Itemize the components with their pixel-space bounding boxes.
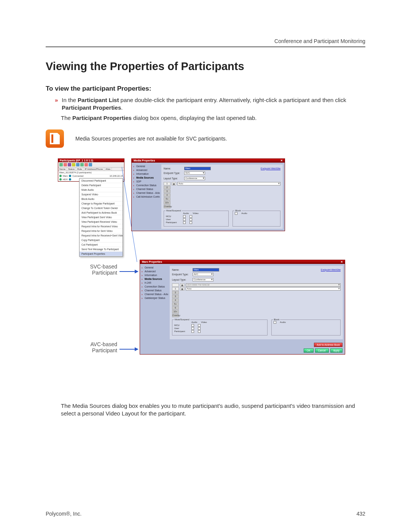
checkbox[interactable] — [190, 215, 192, 218]
layout-type-select[interactable]: Conference — [184, 177, 205, 180]
sidenav-item[interactable]: Advanced — [142, 270, 168, 273]
sidenav-item[interactable]: General — [142, 266, 168, 270]
status-dot-icon — [59, 178, 62, 181]
context-menu-item[interactable]: Add Participant to Address Book — [80, 211, 123, 215]
slot-readonly: HDX 8000 TW 509CM — [186, 283, 341, 287]
endpoint-website-link[interactable]: Endpoint WebSite — [321, 268, 341, 271]
endpoint-type-select[interactable]: AVC — [193, 273, 213, 276]
participant-group-row[interactable]: Marc_61191874 (2 participants) — [58, 171, 124, 174]
checkbox[interactable] — [183, 215, 186, 218]
context-menu-item[interactable]: View Participant Received Video — [80, 220, 123, 224]
layout-type-label: Layout Type: — [164, 177, 182, 180]
toolbar-icon[interactable] — [59, 163, 63, 166]
mute-suspend-group: Mute/Suspend AudioVideo MCU User Partici… — [172, 320, 268, 335]
close-icon[interactable]: ✕ — [280, 159, 283, 162]
dialog-titlebar[interactable]: Media Properties ✕ — [132, 159, 285, 163]
toolbar-icon[interactable] — [80, 163, 84, 166]
apply-button[interactable]: Apply — [330, 348, 342, 353]
context-menu-item[interactable]: Block Audio — [80, 197, 123, 201]
sidenav-item[interactable]: Channel Status - Adva... — [142, 292, 168, 296]
sidenav-item[interactable]: Information — [133, 172, 160, 176]
instruction-line2: The Participant Properties dialog box op… — [61, 114, 365, 122]
context-menu-item[interactable]: Delete Participant — [80, 183, 123, 188]
checkbox[interactable] — [198, 330, 201, 333]
dialog-sidenav[interactable]: GeneralAdvancedInformationMedia SourcesS… — [132, 163, 161, 231]
arrow-icon — [119, 347, 139, 352]
context-menu-item[interactable]: Request Intra for Received Video — [80, 224, 123, 229]
context-menu[interactable]: Disconnect ParticipantDelete Participant… — [79, 178, 123, 257]
sidenav-item[interactable]: Gatekeeper Status — [142, 296, 168, 300]
sidenav-item[interactable]: Advanced — [133, 168, 160, 172]
slot-number: Overlay — [164, 205, 170, 208]
sidenav-item[interactable]: Media Sources — [142, 277, 168, 281]
sidenav-item[interactable]: Media Sources — [133, 176, 160, 180]
context-menu-item[interactable]: Disconnect Participant — [80, 179, 123, 183]
sidenav-item[interactable]: Connection Status — [142, 285, 168, 289]
sidenav-item[interactable]: Call Admission Control — [133, 195, 160, 199]
layout-type-select[interactable]: Conference — [193, 278, 213, 281]
add-to-address-book-button[interactable]: Add to Address Book — [314, 343, 342, 347]
cancel-button[interactable]: Cancel — [315, 348, 329, 353]
context-menu-item[interactable]: Request Intra for Received+Sent Video — [80, 233, 123, 238]
context-menu-item[interactable]: Copy Participant — [80, 238, 123, 243]
toolbar-icon[interactable] — [76, 163, 80, 166]
checkbox[interactable] — [235, 212, 237, 215]
context-menu-item[interactable]: View Participant Sent Video — [80, 215, 123, 220]
closing-paragraph: The Media Sources dialog box enables you… — [61, 402, 365, 418]
slot-number: 5+ — [164, 197, 170, 201]
participant-row[interactable]: Marc Connected 10.249.22.15 — [58, 174, 124, 178]
context-menu-item[interactable]: Change to Regular Participant — [80, 201, 123, 206]
slot-number: 4 — [164, 193, 170, 197]
slot-select[interactable]: Auto — [177, 182, 280, 185]
slot-number: 1 — [172, 287, 179, 291]
context-menu-item[interactable]: Participant Properties — [80, 252, 123, 256]
close-icon[interactable]: ✕ — [341, 260, 343, 264]
endpoint-website-link[interactable]: Endpoint WebSite — [261, 167, 280, 170]
sidenav-item[interactable]: Channel Status — [142, 289, 168, 292]
dialog-sidenav[interactable]: GeneralAdvancedInformationMedia SourcesH… — [140, 264, 170, 341]
toolbar-icon[interactable] — [72, 163, 75, 166]
dialog-mainpanel: Name: Marc Endpoint WebSite Endpoint Typ… — [170, 266, 343, 339]
context-menu-item[interactable]: Change To Content Token Owner — [80, 206, 123, 211]
context-menu-item[interactable]: Mute Audio — [80, 188, 123, 192]
sidenav-item[interactable]: Connection Status — [133, 184, 160, 187]
checkbox[interactable] — [191, 324, 194, 327]
block-group: Block Audio — [233, 211, 280, 227]
checkbox[interactable] — [190, 221, 192, 224]
connected-icon — [69, 178, 71, 181]
sidenav-item[interactable]: Channel Status - Adva... — [133, 191, 160, 195]
sidenav-item[interactable]: General — [133, 165, 160, 168]
checkbox[interactable] — [191, 327, 194, 330]
context-menu-item[interactable]: Cut Participant — [80, 243, 123, 247]
name-input[interactable]: Marc — [193, 268, 219, 272]
checkbox[interactable] — [183, 218, 186, 221]
toolbar-icon[interactable] — [64, 163, 67, 166]
header-section-title: Conference and Participant Monitoring — [274, 38, 365, 44]
participants-toolbar[interactable] — [58, 162, 124, 168]
checkbox[interactable] — [183, 221, 186, 224]
sidenav-item[interactable]: Channel Status — [133, 187, 160, 191]
toolbar-icon[interactable] — [89, 163, 92, 166]
endpoint-type-select[interactable]: SVC — [184, 171, 205, 175]
checkbox[interactable] — [198, 327, 201, 330]
ok-button[interactable]: OK — [304, 348, 313, 353]
name-label: Name: — [172, 268, 190, 271]
context-menu-item[interactable]: Request Intra for Sent Video — [80, 229, 123, 233]
checkbox[interactable] — [198, 324, 201, 327]
sidenav-item[interactable]: Information — [142, 273, 168, 277]
layout-slots: 1▦Auto2345+10+Overlay — [164, 182, 280, 208]
context-menu-item[interactable]: Send Text Message To Participant — [80, 247, 123, 252]
context-menu-item[interactable]: Suspend Video — [80, 192, 123, 197]
sidenav-item[interactable]: H.245 — [142, 281, 168, 285]
name-input[interactable]: Marc — [184, 167, 211, 170]
toolbar-icon[interactable] — [68, 163, 71, 166]
status-dot-icon — [59, 175, 62, 177]
checkbox[interactable] — [190, 218, 192, 221]
properties-dialog-avc: Marc Properties ✕ GeneralAdvancedInforma… — [140, 260, 345, 355]
dialog-titlebar[interactable]: Marc Properties ✕ — [140, 260, 345, 264]
checkbox[interactable] — [274, 321, 276, 324]
sidenav-item[interactable]: SDP — [133, 180, 160, 184]
checkbox[interactable] — [191, 330, 194, 333]
toolbar-icon[interactable] — [84, 163, 88, 166]
slot-select[interactable]: Auto — [186, 287, 341, 291]
